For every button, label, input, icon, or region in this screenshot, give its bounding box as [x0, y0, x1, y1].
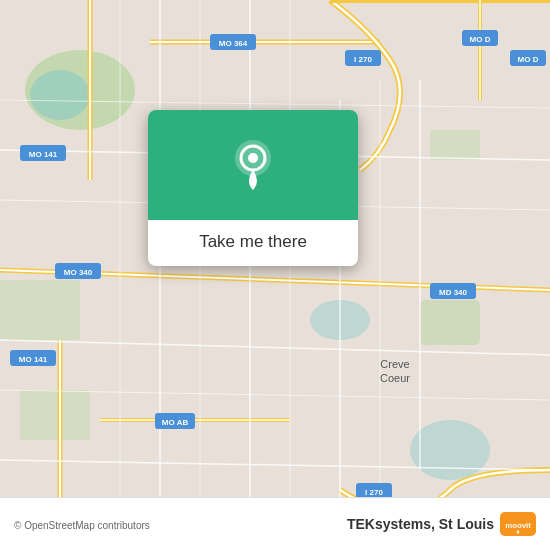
svg-rect-7	[430, 130, 480, 160]
svg-point-59	[248, 153, 258, 163]
map-roads: MO 364 I 270 MO 141 MO 141 MO 340 MD 340…	[0, 0, 550, 550]
bottom-bar: © OpenStreetMap contributors TEKsystems,…	[0, 497, 550, 550]
take-me-there-button[interactable]: Take me there	[148, 220, 358, 266]
svg-text:MD 340: MD 340	[439, 288, 468, 297]
svg-text:MO 141: MO 141	[19, 355, 48, 364]
app-name-label: TEKsystems, St Louis	[347, 516, 494, 532]
svg-text:MO 141: MO 141	[29, 150, 58, 159]
svg-text:MO D: MO D	[470, 35, 491, 44]
svg-text:MO D: MO D	[518, 55, 539, 64]
svg-point-62	[517, 531, 519, 533]
svg-rect-5	[20, 390, 90, 440]
app-info: TEKsystems, St Louis moovit	[347, 506, 536, 542]
svg-point-3	[410, 420, 490, 480]
svg-text:moovit: moovit	[505, 521, 531, 530]
popup-card: Take me there	[148, 110, 358, 266]
svg-point-1	[30, 70, 90, 120]
location-pin-icon	[231, 138, 275, 192]
svg-text:MO 340: MO 340	[64, 268, 93, 277]
svg-text:MO 364: MO 364	[219, 39, 248, 48]
svg-text:MO AB: MO AB	[162, 418, 189, 427]
svg-text:I 270: I 270	[365, 488, 383, 497]
svg-rect-4	[0, 280, 80, 340]
map-container: MO 364 I 270 MO 141 MO 141 MO 340 MD 340…	[0, 0, 550, 550]
popup-header	[148, 110, 358, 220]
attribution-text: © OpenStreetMap contributors	[14, 515, 150, 533]
moovit-logo: moovit	[500, 506, 536, 542]
svg-rect-2	[420, 300, 480, 345]
svg-text:Coeur: Coeur	[380, 372, 410, 384]
svg-text:I 270: I 270	[354, 55, 372, 64]
svg-text:Creve: Creve	[380, 358, 409, 370]
